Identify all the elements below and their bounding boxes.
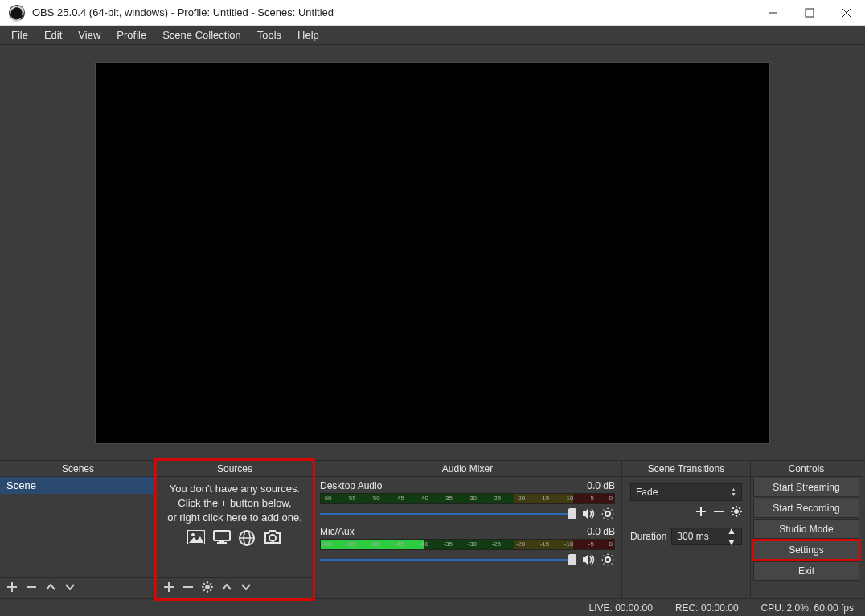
chevron-updown-icon: ▲▼	[731, 487, 736, 497]
svg-point-10	[191, 533, 195, 536]
svg-rect-3	[806, 9, 814, 17]
scene-up-button[interactable]	[45, 581, 56, 595]
close-button[interactable]	[828, 0, 865, 25]
channel-name: Desktop Audio	[320, 480, 382, 491]
minimize-button[interactable]	[754, 0, 791, 25]
controls-panel: Controls Start Streaming Start Recording…	[751, 461, 862, 598]
source-down-button[interactable]	[240, 581, 252, 595]
svg-point-23	[605, 557, 610, 562]
audio-mixer-panel: Audio Mixer Desktop Audio 0.0 dB -60-55-…	[314, 461, 622, 598]
volume-slider[interactable]	[320, 552, 576, 567]
channel-level: 0.0 dB	[587, 526, 615, 537]
menu-help[interactable]: Help	[291, 27, 326, 43]
duration-input[interactable]: 300 ms ▲▼	[671, 528, 742, 545]
sources-panel: Sources You don't have any sources. Clic…	[157, 461, 314, 598]
svg-point-27	[735, 510, 739, 514]
scene-remove-button[interactable]	[26, 581, 37, 595]
preview-canvas[interactable]	[95, 62, 770, 444]
transition-add-button[interactable]	[695, 506, 707, 519]
source-up-button[interactable]	[221, 581, 232, 595]
transitions-header: Scene Transitions	[622, 461, 750, 477]
audio-meter: -60-55-50-45-40-35-30-25-20-15-10-50	[320, 493, 615, 504]
mixer-header: Audio Mixer	[314, 461, 621, 477]
transition-properties-button[interactable]	[731, 506, 742, 519]
scenes-header: Scenes	[0, 461, 156, 477]
status-live: LIVE: 00:00:00	[588, 602, 652, 614]
svg-point-22	[605, 511, 610, 516]
svg-point-21	[206, 585, 210, 589]
menu-view[interactable]: View	[72, 27, 107, 43]
menu-scene-collection[interactable]: Scene Collection	[156, 27, 248, 43]
statusbar: LIVE: 00:00:00 REC: 00:00:00 CPU: 2.0%, …	[0, 598, 865, 616]
scenes-panel: Scenes Scene	[0, 461, 157, 598]
chevron-updown-icon: ▲▼	[727, 525, 736, 548]
sources-empty-text: Click the + button below,	[160, 496, 310, 511]
gear-icon[interactable]	[601, 507, 615, 521]
status-cpu: CPU: 2.0%, 60.00 fps	[761, 602, 854, 614]
menu-file[interactable]: File	[5, 27, 35, 43]
settings-button[interactable]: Settings	[753, 540, 859, 560]
channel-name: Mic/Aux	[320, 526, 355, 537]
scene-down-button[interactable]	[64, 581, 76, 595]
menu-edit[interactable]: Edit	[38, 27, 68, 43]
audio-meter: -60-55-50-45-40-35-30-25-20-15-10-50	[320, 539, 615, 550]
start-recording-button[interactable]: Start Recording	[753, 499, 859, 518]
titlebar: OBS 25.0.4 (64-bit, windows) - Profile: …	[0, 0, 865, 26]
studio-mode-button[interactable]: Studio Mode	[753, 519, 859, 539]
menubar: File Edit View Profile Scene Collection …	[0, 26, 865, 45]
channel-level: 0.0 dB	[587, 480, 615, 491]
preview-area	[0, 45, 865, 460]
speaker-icon[interactable]	[581, 507, 596, 521]
transition-select[interactable]: Fade ▲▼	[630, 483, 742, 501]
status-rec: REC: 00:00:00	[675, 602, 739, 614]
transition-remove-button[interactable]	[713, 506, 724, 519]
maximize-button[interactable]	[791, 0, 828, 25]
svg-rect-12	[219, 540, 224, 542]
sources-list[interactable]: You don't have any sources. Click the + …	[157, 477, 313, 577]
gear-icon[interactable]	[601, 552, 615, 567]
svg-rect-13	[217, 542, 227, 544]
menu-tools[interactable]: Tools	[251, 27, 288, 43]
sources-header: Sources	[157, 461, 313, 477]
svg-point-17	[269, 535, 276, 541]
start-streaming-button[interactable]: Start Streaming	[753, 478, 859, 497]
source-properties-button[interactable]	[202, 581, 213, 595]
camera-icon	[263, 530, 282, 550]
exit-button[interactable]: Exit	[753, 561, 859, 581]
menu-profile[interactable]: Profile	[110, 27, 153, 43]
window-title: OBS 25.0.4 (64-bit, windows) - Profile: …	[32, 6, 754, 18]
globe-icon	[239, 530, 255, 550]
volume-slider[interactable]	[320, 507, 576, 521]
duration-label: Duration	[630, 531, 666, 542]
sources-empty-text: or right click here to add one.	[160, 511, 310, 525]
source-remove-button[interactable]	[182, 581, 194, 595]
sources-empty-text: You don't have any sources.	[160, 482, 310, 496]
source-add-button[interactable]	[163, 581, 174, 595]
image-icon	[187, 530, 205, 550]
scene-item[interactable]: Scene	[0, 477, 156, 494]
obs-logo-icon	[8, 4, 26, 22]
controls-header: Controls	[751, 461, 862, 477]
transitions-panel: Scene Transitions Fade ▲▼ Duration 300 m…	[622, 461, 751, 598]
svg-rect-11	[214, 531, 230, 540]
display-icon	[213, 530, 231, 550]
scene-add-button[interactable]	[6, 581, 18, 595]
speaker-icon[interactable]	[581, 552, 596, 567]
